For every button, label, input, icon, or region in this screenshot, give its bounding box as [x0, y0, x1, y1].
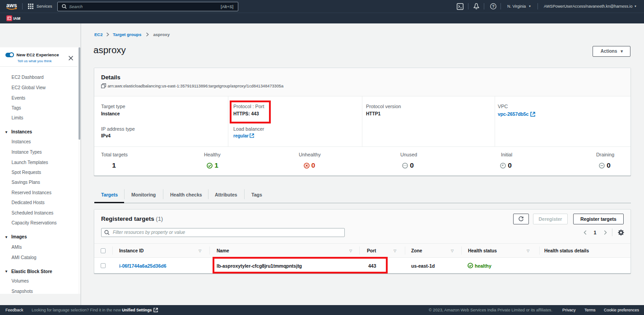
svg-text:aws: aws: [6, 2, 17, 9]
svg-text:?: ?: [492, 4, 495, 9]
